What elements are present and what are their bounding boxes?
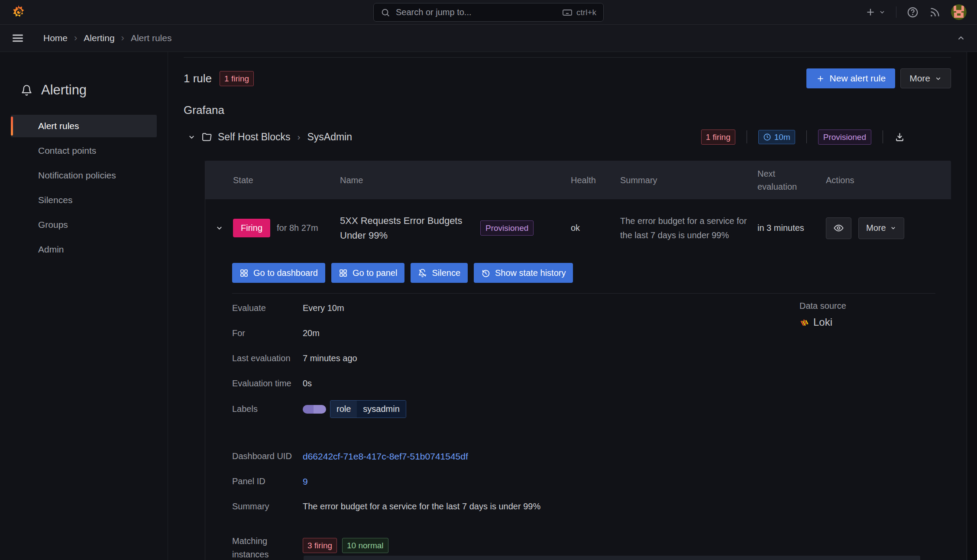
shortcut-label: ctrl+k (576, 8, 596, 17)
breadcrumb-bar: Home › Alerting › Alert rules (0, 25, 977, 52)
shortcut-hint: ctrl+k (562, 7, 596, 18)
rule-name-link[interactable]: 5XX Requests Error Budgets Under 99% (340, 214, 471, 243)
sidebar-item-label: Admin (38, 244, 64, 255)
menu-toggle-icon[interactable] (11, 32, 24, 45)
grafana-logo-icon[interactable] (10, 4, 26, 20)
silence-button[interactable]: Silence (411, 263, 468, 283)
go-to-panel-button[interactable]: Go to panel (331, 263, 404, 283)
view-rule-button[interactable] (826, 217, 851, 239)
export-download-icon[interactable] (894, 132, 905, 142)
top-bar: Search or jump to... ctrl+k (0, 0, 977, 25)
sidebar-item-label: Alert rules (38, 121, 79, 131)
datasource-block: Data source Loki (799, 301, 846, 328)
search-icon (381, 8, 390, 17)
detail-label: Evaluation time (232, 377, 303, 390)
col-health: Health (571, 174, 620, 187)
bell-icon (21, 84, 32, 96)
label-value: sysadmin (357, 401, 405, 418)
content-divider (184, 57, 951, 58)
rules-firing-badge: 1 firing (220, 71, 254, 86)
sidebar-item-groups[interactable]: Groups (11, 214, 157, 236)
more-dropdown-button[interactable]: More (900, 68, 951, 88)
scrollbar-gutter[interactable] (967, 52, 977, 560)
search-input[interactable]: Search or jump to... ctrl+k (373, 3, 604, 22)
apps-grid-icon (339, 269, 348, 278)
detail-value: The error budget for a service for the l… (303, 500, 540, 513)
detail-value: 20m (303, 327, 320, 340)
detail-last-evaluation: Last evaluation 7 minutes ago (232, 352, 951, 365)
go-to-panel-label: Go to panel (353, 268, 397, 278)
silence-label: Silence (432, 268, 460, 278)
provisioned-badge: Provisioned (818, 129, 871, 145)
chevron-up-icon[interactable] (956, 33, 966, 43)
user-avatar[interactable] (951, 4, 967, 20)
detail-label: Panel ID (232, 475, 303, 488)
sidebar-title: Alerting (41, 82, 87, 98)
breadcrumb-home[interactable]: Home (43, 33, 68, 43)
show-state-history-label: Show state history (495, 268, 566, 278)
news-rss-icon[interactable] (929, 6, 941, 18)
sidebar-item-contact-points[interactable]: Contact points (11, 139, 157, 162)
group-heading: Grafana (184, 104, 224, 117)
detail-for: For 20m (232, 327, 951, 340)
state-badge: Firing (233, 219, 270, 237)
breadcrumb: Home › Alerting › Alert rules (43, 32, 171, 44)
detail-panel-id: Panel ID 9 (232, 475, 951, 488)
breadcrumb-alerting[interactable]: Alerting (84, 33, 114, 43)
sidebar-item-alert-rules[interactable]: Alert rules (11, 115, 157, 137)
state-duration: for 8h 27m (277, 223, 318, 233)
go-to-dashboard-button[interactable]: Go to dashboard (232, 263, 325, 283)
matching-normal-badge: 10 normal (342, 538, 388, 553)
sidebar-section-alerting[interactable]: Alerting (0, 82, 168, 98)
subfolder-name[interactable]: SysAdmin (307, 131, 352, 143)
sidebar-item-admin[interactable]: Admin (11, 238, 157, 261)
detail-label: Dashboard UID (232, 450, 303, 463)
label-color-pill (303, 405, 326, 414)
folder-icon (201, 132, 212, 142)
breadcrumb-separator: › (121, 32, 124, 44)
collapse-chevron-icon[interactable] (188, 133, 196, 141)
sidebar: Alerting Alert rules Contact points Noti… (0, 52, 168, 560)
rule-more-label: More (866, 223, 886, 233)
label-badge: role sysadmin (330, 400, 406, 418)
rule-action-buttons: Go to dashboard Go to panel Silence (232, 263, 951, 283)
detail-value: 0s (303, 377, 312, 390)
detail-label: Matching instances (232, 534, 303, 560)
folder-name[interactable]: Self Host Blocks (218, 131, 290, 143)
sidebar-item-silences[interactable]: Silences (11, 189, 157, 211)
rule-health: ok (571, 223, 620, 233)
breadcrumb-alert-rules: Alert rules (131, 33, 172, 43)
apps-grid-icon (239, 269, 249, 278)
folder-divider (883, 130, 883, 143)
add-new-button[interactable] (865, 6, 886, 18)
show-state-history-button[interactable]: Show state history (474, 263, 573, 283)
more-label: More (909, 73, 930, 84)
details-divider (232, 293, 935, 294)
detail-label: Labels (232, 402, 303, 416)
breadcrumb-separator: › (74, 32, 77, 44)
help-icon[interactable] (907, 6, 919, 18)
detail-dashboard-uid: Dashboard UID d66242cf-71e8-417c-8ef7-51… (232, 450, 951, 463)
instances-table-edge (304, 556, 920, 560)
keyboard-icon (562, 7, 573, 18)
sidebar-item-notification-policies[interactable]: Notification policies (11, 164, 157, 187)
interval-label: 10m (774, 133, 790, 141)
rule-more-button[interactable]: More (858, 217, 904, 239)
sidebar-item-label: Groups (38, 220, 68, 230)
rules-table-header: State Name Health Summary Next evaluatio… (205, 161, 951, 199)
alert-rule-row: Firing for 8h 27m 5XX Requests Error Bud… (205, 199, 951, 257)
rule-next-evaluation: in 3 minutes (757, 223, 826, 233)
folder-divider (747, 130, 747, 143)
new-alert-rule-button[interactable]: New alert rule (806, 68, 896, 88)
detail-label: For (232, 327, 303, 340)
folder-divider (806, 130, 807, 143)
rule-provisioned-badge: Provisioned (480, 220, 534, 236)
dashboard-uid-link[interactable]: d66242cf-71e8-417c-8ef7-51b0741545df (303, 450, 468, 463)
rules-count: 1 rule (184, 72, 212, 85)
history-icon (481, 269, 490, 278)
bell-slash-icon (418, 269, 427, 278)
folder-firing-badge: 1 firing (701, 129, 735, 145)
row-expand-chevron-icon[interactable] (215, 224, 223, 232)
datasource-name: Loki (813, 316, 832, 328)
panel-id-link[interactable]: 9 (303, 475, 308, 488)
